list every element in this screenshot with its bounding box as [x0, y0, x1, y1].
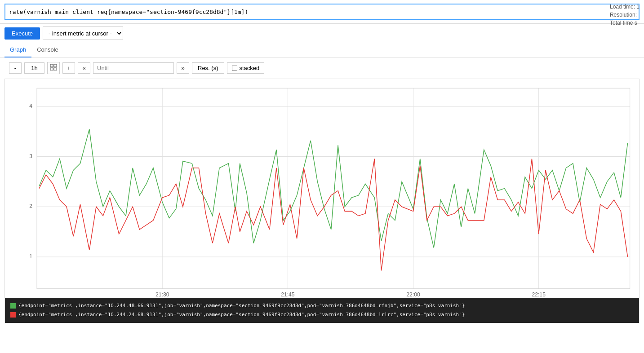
tabs-bar: Graph Console [0, 43, 644, 57]
grid-icon-button[interactable] [47, 62, 60, 74]
until-input[interactable] [93, 62, 174, 74]
svg-rect-0 [50, 64, 53, 67]
top-right-info: Load time: 1 Resolution: Total time s [610, 3, 640, 27]
svg-text:4: 4 [29, 103, 32, 109]
forward-button[interactable]: » [177, 62, 189, 74]
resolution-label: Resolution: [610, 11, 640, 19]
graph-area: 4 3 2 1 21:30 21:45 22:00 22:15 {endpoin… [0, 79, 644, 328]
svg-text:22:15: 22:15 [532, 291, 546, 298]
execute-button[interactable]: Execute [4, 27, 40, 40]
svg-rect-4 [5, 79, 639, 298]
back-button[interactable]: « [78, 62, 90, 74]
total-time-label: Total time s [610, 19, 640, 27]
svg-text:1: 1 [29, 253, 32, 260]
svg-rect-1 [54, 64, 57, 67]
legend-color-1 [10, 312, 16, 318]
chart-container: 4 3 2 1 21:30 21:45 22:00 22:15 {endpoin… [4, 79, 640, 323]
resolution-button[interactable]: Res. (s) [192, 62, 224, 74]
legend-text-1: {endpoint="metrics",instance="10.244.24.… [18, 310, 465, 319]
toolbar: Execute - insert metric at cursor - [0, 24, 644, 43]
tab-console[interactable]: Console [31, 43, 64, 57]
legend-bar: {endpoint="metrics",instance="10.244.48.… [5, 298, 639, 323]
zoom-in-button[interactable]: + [62, 62, 75, 74]
svg-text:21:30: 21:30 [155, 291, 169, 298]
grid-icon [50, 64, 57, 71]
legend-text-0: {endpoint="metrics",instance="10.244.48.… [18, 301, 465, 310]
legend-color-0 [10, 303, 16, 309]
duration-input[interactable] [24, 62, 44, 74]
svg-text:2: 2 [29, 203, 32, 209]
stacked-button[interactable]: stacked [227, 62, 265, 74]
stacked-label: stacked [240, 65, 260, 71]
svg-text:22:00: 22:00 [406, 291, 420, 298]
legend-item-1: {endpoint="metrics",instance="10.244.24.… [10, 310, 634, 319]
legend-item-0: {endpoint="metrics",instance="10.244.48.… [10, 301, 634, 310]
insert-metric-select[interactable]: - insert metric at cursor - [43, 26, 123, 40]
stacked-checkbox-icon [232, 66, 237, 71]
query-input[interactable] [4, 4, 640, 20]
svg-rect-2 [50, 68, 53, 71]
svg-rect-3 [54, 68, 57, 71]
svg-text:21:45: 21:45 [281, 291, 295, 298]
chart-svg: 4 3 2 1 21:30 21:45 22:00 22:15 [5, 79, 639, 298]
svg-text:3: 3 [29, 153, 32, 159]
zoom-out-button[interactable]: - [9, 62, 22, 74]
tab-graph[interactable]: Graph [4, 43, 31, 57]
query-bar: Load time: 1 Resolution: Total time s [0, 0, 644, 24]
load-time-label: Load time: 1 [610, 3, 640, 11]
graph-controls: - + « » Res. (s) stacked [0, 57, 644, 79]
svg-rect-5 [5, 79, 37, 298]
